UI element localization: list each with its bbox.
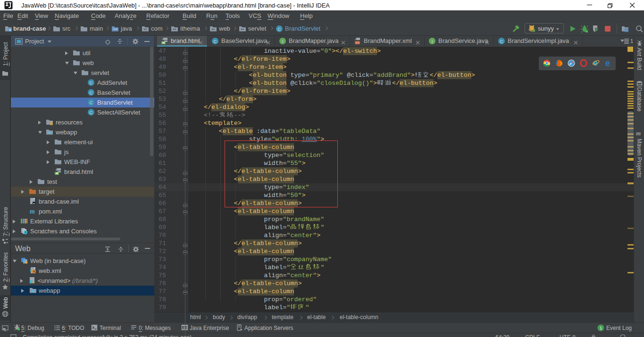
- svg-text:<>: <>: [355, 41, 359, 44]
- svg-text:C: C: [214, 39, 217, 44]
- svg-text:H: H: [162, 41, 165, 44]
- svg-text:e: e: [605, 59, 610, 67]
- svg-text:C: C: [90, 80, 93, 85]
- svg-text:1: 1: [600, 326, 602, 330]
- svg-text:I: I: [432, 39, 433, 44]
- svg-text:I: I: [282, 39, 284, 44]
- svg-text:C: C: [90, 90, 93, 95]
- svg-text:C: C: [90, 110, 93, 115]
- svg-text:m: m: [30, 208, 35, 215]
- svg-text:H: H: [56, 172, 58, 175]
- svg-text:C: C: [90, 100, 93, 105]
- svg-text:C: C: [278, 26, 281, 32]
- svg-text:C: C: [500, 39, 503, 44]
